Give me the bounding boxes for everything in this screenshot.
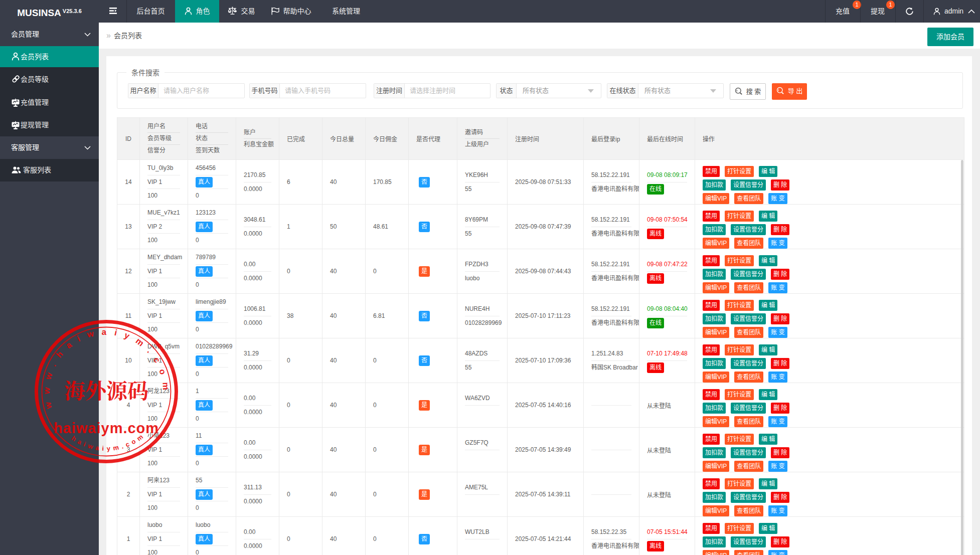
- svg-text:haiwaiym.com: haiwaiym.com: [54, 420, 159, 436]
- svg-text:海外源码: 海外源码: [64, 380, 148, 403]
